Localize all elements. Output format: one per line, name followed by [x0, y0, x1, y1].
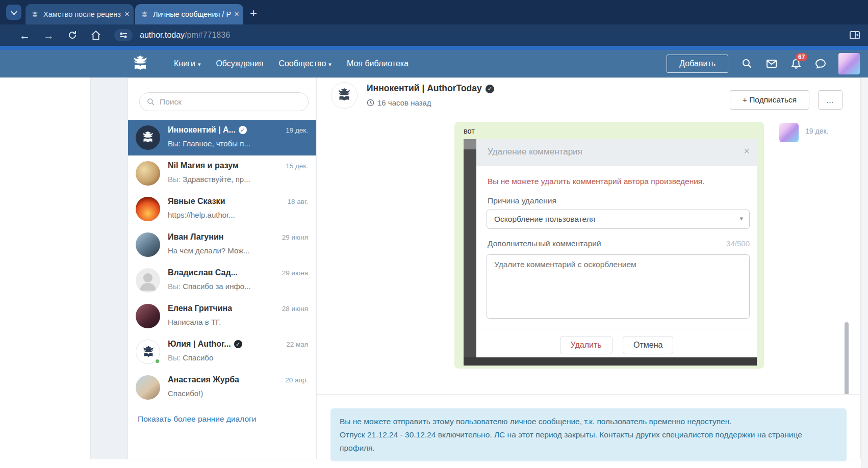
- page-content: Иннокентий | A...✓ 19 дек. Вы: Главное, …: [0, 77, 868, 468]
- refresh-button[interactable]: [67, 30, 78, 40]
- attached-screenshot-image[interactable]: Удаление комментария × Вы не можете удал…: [464, 139, 757, 366]
- dialog-preview: Вы: Здравствуйте, пр...: [168, 175, 250, 184]
- message-sender-avatar[interactable]: [779, 123, 799, 142]
- close-icon[interactable]: ×: [124, 9, 130, 19]
- dialog-item[interactable]: Иннокентий | A...✓ 19 дек. Вы: Главное, …: [128, 120, 316, 155]
- browser-chrome: Хамство после рецензии / Pek × Личные со…: [0, 0, 868, 50]
- browser-tab-active[interactable]: Личные сообщения / Pekar T ×: [135, 4, 243, 24]
- screenshot-reason-select: Оскорбление пользователя ▾: [487, 210, 750, 229]
- tab-title: Хамство после рецензии / Pek: [43, 10, 121, 18]
- caret-down-icon: ▾: [198, 61, 201, 67]
- screenshot-comment-value: Удалите комментарий с оскорблением: [494, 260, 636, 269]
- caret-down-icon: ▾: [739, 215, 743, 222]
- dialog-item[interactable]: Анастасия Журба 20 апр. Спасибо!): [128, 370, 316, 405]
- dialog-avatar: [136, 375, 160, 400]
- chat-user-avatar[interactable]: [331, 82, 358, 109]
- screenshot-modal-title: Удаление комментария: [488, 147, 582, 157]
- menu-community[interactable]: Сообщество▾: [278, 59, 331, 68]
- message-text: вот: [464, 127, 475, 135]
- chat-bubble-icon[interactable]: [815, 58, 826, 69]
- dialog-date: 29 июня: [282, 269, 308, 277]
- dialog-item[interactable]: Юлия | Author...✓ 22 мая Вы: Спасибо: [128, 334, 316, 370]
- search-input[interactable]: [160, 97, 301, 107]
- dialog-avatar: [136, 268, 160, 293]
- site-permissions-icon[interactable]: [114, 29, 133, 41]
- authortoday-logo[interactable]: [129, 53, 151, 75]
- dialog-avatar: [136, 197, 160, 221]
- dialog-date: 22 мая: [286, 341, 308, 348]
- dialog-item[interactable]: Явные Сказки 18 авг. https://help.author…: [128, 191, 316, 227]
- dialog-name: Владислав Сад...: [168, 268, 238, 277]
- subscribe-button[interactable]: + Подписаться: [730, 90, 809, 110]
- dialog-date: 18 авг.: [288, 198, 308, 205]
- chat-header: Иннокентий | AuthorToday✓ 16 часов назад…: [317, 78, 860, 118]
- dialog-name: Юлия | Author...: [168, 340, 231, 348]
- dialog-name: Анастасия Журба: [168, 375, 239, 384]
- dialog-preview: https://help.author...: [168, 211, 235, 219]
- dialog-date: 20 апр.: [285, 376, 308, 384]
- dialog-date: 15 дек.: [286, 162, 308, 170]
- menu-discussions[interactable]: Обсуждения: [216, 59, 263, 68]
- tab-search-button[interactable]: [6, 5, 21, 20]
- forward-button[interactable]: →: [43, 30, 54, 41]
- screenshot-comment-textarea: Удалите комментарий с оскорблением: [487, 254, 750, 319]
- screenshot-comment-label: Дополнительный комментарий: [488, 239, 601, 248]
- dialog-avatar: [136, 304, 160, 328]
- verified-badge-icon: ✓: [239, 126, 247, 134]
- dialog-search[interactable]: [139, 92, 309, 111]
- user-avatar[interactable]: [838, 53, 860, 74]
- home-button[interactable]: [91, 30, 101, 40]
- screenshot-modal-buttons: Удалить Отмена: [476, 336, 757, 354]
- address-bar: ← → author.today/pm#771836: [0, 24, 868, 46]
- close-icon: ×: [744, 145, 750, 157]
- message-date: 19 дек.: [805, 127, 828, 135]
- notice-line-1: Вы не можете отправить этому пользовател…: [340, 415, 837, 428]
- menu-books[interactable]: Книги▾: [174, 59, 200, 68]
- dialog-item[interactable]: Иван Лагунин 29 июня На чем делали? Мож.…: [128, 227, 316, 263]
- add-button[interactable]: Добавить: [667, 55, 728, 73]
- menu-my-library[interactable]: Моя библиотека: [347, 59, 409, 68]
- dialog-name: Nil Магия и разум: [168, 161, 239, 170]
- online-status-dot: [155, 358, 160, 364]
- outgoing-message-bubble: вот Удаление комментария × Вы не можете …: [454, 122, 764, 369]
- dialog-item[interactable]: Елена Гритчина 28 июня Написала в ТГ.: [128, 298, 316, 334]
- dialog-name: Иннокентий | A...: [168, 125, 236, 134]
- screenshot-char-counter: 34/500: [726, 239, 750, 248]
- more-options-button[interactable]: ...: [818, 90, 843, 110]
- back-button[interactable]: ←: [19, 30, 30, 41]
- chevron-down-icon: [11, 8, 17, 15]
- dialog-name: Елена Гритчина: [168, 304, 232, 313]
- search-icon: [147, 98, 155, 106]
- dialog-list: Иннокентий | A...✓ 19 дек. Вы: Главное, …: [128, 120, 316, 405]
- notifications-bell-icon[interactable]: 67: [790, 58, 802, 69]
- screenshot-reason-value: Оскорбление пользователя: [494, 215, 595, 224]
- screenshot-modal-header: Удаление комментария ×: [476, 139, 757, 166]
- chat-user-name[interactable]: Иннокентий | AuthorToday✓: [367, 83, 494, 94]
- dialog-avatar: [136, 161, 160, 186]
- browser-tab-inactive[interactable]: Хамство после рецензии / Pek ×: [25, 4, 134, 24]
- accent-strip: [0, 46, 868, 50]
- site-favicon: [31, 10, 39, 19]
- split-window-icon[interactable]: [849, 29, 861, 41]
- dialog-name: Иван Лагунин: [168, 232, 223, 241]
- dialog-item[interactable]: Nil Магия и разум 15 дек. Вы: Здравствуй…: [128, 155, 316, 191]
- url-field[interactable]: author.today/pm#771836: [140, 31, 230, 40]
- mail-icon[interactable]: [766, 58, 777, 69]
- navbar-right: Добавить 67: [667, 53, 860, 74]
- window-scrollbar[interactable]: [861, 77, 868, 468]
- dialog-date: 19 дек.: [286, 126, 308, 134]
- dialog-preview: Вы: Главное, чтобы п...: [168, 139, 250, 148]
- close-icon[interactable]: ×: [234, 9, 239, 19]
- screenshot-page-backdrop: [464, 139, 476, 366]
- site-favicon: [140, 10, 149, 19]
- chat-panel: Иннокентий | AuthorToday✓ 16 часов назад…: [317, 78, 860, 459]
- show-earlier-dialogs-link[interactable]: Показать более ранние диалоги: [138, 414, 256, 424]
- dialog-item[interactable]: Владислав Сад... 29 июня Вы: Спасибо за …: [128, 263, 316, 298]
- tab-strip: Хамство после рецензии / Pek × Личные со…: [0, 0, 868, 24]
- chat-scrollbar-thumb[interactable]: [845, 322, 849, 395]
- dialog-name: Явные Сказки: [168, 197, 225, 205]
- dialog-preview: На чем делали? Мож...: [168, 246, 250, 255]
- search-icon[interactable]: [742, 58, 753, 69]
- notice-line-2: Отпуск 21.12.24 - 30.12.24 включительно.…: [340, 428, 837, 455]
- new-tab-button[interactable]: +: [250, 7, 257, 19]
